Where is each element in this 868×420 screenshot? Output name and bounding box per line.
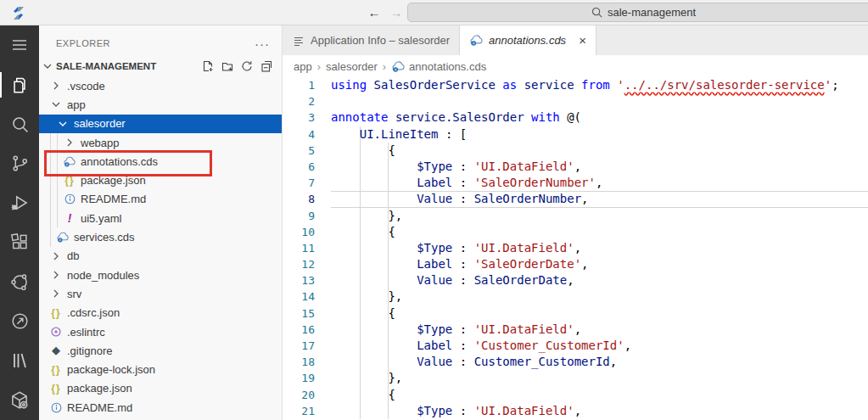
search-box-text: sale-management <box>608 6 696 19</box>
breadcrumb-label: annotations.cds <box>409 60 486 73</box>
tree-item-vscode[interactable]: .vscode <box>39 76 282 95</box>
code-line-4[interactable]: UI.LineItem : [ <box>331 126 868 143</box>
tree-item-readme-md[interactable]: README.md <box>39 398 282 417</box>
info-icon <box>49 400 63 414</box>
activitybar-run-debug[interactable] <box>0 183 39 223</box>
tree-item-webapp[interactable]: webapp <box>39 133 282 152</box>
tab-bar: Application Info – salesorderannotations… <box>283 25 868 55</box>
tree-item-gitignore[interactable]: ◆.gitignore <box>39 341 282 360</box>
code-line-7[interactable]: Label : 'SaleOrderNumber', <box>331 175 868 191</box>
code-line-5[interactable]: { <box>331 143 868 159</box>
activity-bar <box>0 25 39 420</box>
code-line-14[interactable]: }, <box>331 288 868 305</box>
more-actions-icon[interactable]: ··· <box>255 36 270 51</box>
breadcrumb-label: salesorder <box>326 60 378 73</box>
collapse-all-icon[interactable] <box>260 59 273 73</box>
activitybar-package[interactable] <box>0 381 39 420</box>
code-line-13[interactable]: Value : SaleOrderDate, <box>331 272 868 288</box>
activitybar-menu[interactable] <box>0 25 39 65</box>
tab-label: annotations.cds <box>489 34 566 47</box>
activitybar-search[interactable] <box>0 104 39 144</box>
tree-item-ui5-yaml[interactable]: !ui5.yaml <box>39 209 282 227</box>
tree-item-readme-md[interactable]: README.md <box>39 190 282 209</box>
tree-item-label: package.json <box>81 174 146 187</box>
file-tree: .vscodeappsalesorderwebappannotations.cd… <box>39 76 282 417</box>
chevron-right-icon <box>49 79 63 92</box>
tree-item-srv[interactable]: srv <box>39 284 282 303</box>
chevron-down-icon <box>49 98 63 111</box>
chevron-right-icon <box>49 268 63 282</box>
breadcrumb-item-salesorder[interactable]: salesorder <box>326 60 378 73</box>
breadcrumb-separator: › <box>317 60 321 73</box>
activitybar-explorer[interactable] <box>0 65 39 105</box>
line-number: 17 <box>283 338 331 354</box>
tree-item-label: ui5.yaml <box>81 212 121 225</box>
code-line-18[interactable]: Value : Customer_CustomerId, <box>331 354 868 370</box>
code-line-11[interactable]: $Type : 'UI.DataField', <box>331 240 868 256</box>
line-number: 18 <box>283 354 331 370</box>
line-number: 11 <box>283 240 331 256</box>
activitybar-library[interactable] <box>0 341 39 381</box>
line-number: 1 <box>283 77 331 93</box>
code-line-20[interactable]: { <box>331 387 868 403</box>
tree-item-app[interactable]: app <box>39 95 282 114</box>
code-line-17[interactable]: Label : 'Customer_CustomerId', <box>331 338 868 354</box>
tree-item-package-json[interactable]: {}package.json <box>39 379 282 398</box>
tree-item-db[interactable]: db <box>39 247 282 266</box>
activitybar-source-control[interactable] <box>0 144 39 184</box>
tree-item-salesorder[interactable]: salesorder <box>39 115 282 133</box>
breadcrumb-label: app <box>294 60 312 73</box>
command-search-box[interactable]: sale-management <box>407 3 868 22</box>
code-line-19[interactable]: }, <box>331 370 868 386</box>
code-line-1[interactable]: using SalesOrderService as service from … <box>331 77 868 93</box>
code-line-8[interactable]: Value : SaleOrderNumber, <box>331 191 868 207</box>
info-icon <box>63 193 76 206</box>
code-editor[interactable]: 123456789101112131415161718192021 using … <box>283 77 868 420</box>
code-line-15[interactable]: { <box>331 305 868 322</box>
tree-item-eslintrc[interactable]: .eslintrc <box>39 322 282 341</box>
code-line-21[interactable]: $Type : 'UI.DataField', <box>331 403 868 419</box>
tree-item-services-cds[interactable]: services.cds <box>39 227 282 246</box>
menu-icon <box>9 35 30 55</box>
new-folder-icon[interactable] <box>221 59 234 73</box>
editor-group: Application Info – salesorderannotations… <box>283 25 868 420</box>
project-root-header[interactable]: SALE-MANAGEMENT <box>39 56 282 76</box>
tree-item-package-lock-json[interactable]: {}package-lock.json <box>39 360 282 378</box>
cds-icon <box>469 34 484 47</box>
chevron-right-icon <box>49 287 63 300</box>
tree-item-cdsrc-json[interactable]: {}.cdsrc.json <box>39 304 282 322</box>
line-number: 10 <box>283 224 331 240</box>
line-number: 20 <box>283 387 331 403</box>
line-number: 3 <box>283 109 331 126</box>
tree-item-label: node_modules <box>67 269 139 282</box>
code-line-9[interactable]: }, <box>331 208 868 224</box>
json-icon: {} <box>49 306 63 320</box>
code-line-2[interactable] <box>331 93 868 109</box>
library-icon <box>9 350 30 371</box>
code-line-10[interactable]: { <box>331 224 868 240</box>
code-line-16[interactable]: $Type : 'UI.DataField', <box>331 322 868 338</box>
tree-item-annotations-cds[interactable]: annotations.cds <box>39 152 282 171</box>
tab-application-info-salesorder[interactable]: Application Info – salesorder <box>283 25 460 55</box>
tree-item-package-json[interactable]: {}package.json <box>39 171 282 189</box>
breadcrumb-item-annotations-cds[interactable]: annotations.cds <box>391 60 486 73</box>
code-line-3[interactable]: annotate service.SalesOrder with @( <box>331 109 868 126</box>
code-line-6[interactable]: $Type : 'UI.DataField', <box>331 159 868 175</box>
breadcrumb-item-app[interactable]: app <box>294 60 312 73</box>
activitybar-extensions[interactable] <box>0 223 39 263</box>
refresh-icon[interactable] <box>240 59 254 73</box>
forward-arrow-button[interactable]: → <box>387 3 406 23</box>
close-icon[interactable]: × <box>579 35 586 47</box>
tree-item-label: .cdsrc.json <box>67 306 120 319</box>
vscode-window: ← → sale-management EXPLORER ··· SALE-MA… <box>0 0 868 420</box>
tab-annotations-cds[interactable]: annotations.cds× <box>460 25 596 55</box>
line-number: 15 <box>283 305 331 322</box>
code-line-12[interactable]: Label : 'SaleOrderDate', <box>331 256 868 272</box>
breadcrumb-separator: › <box>383 60 386 73</box>
new-file-icon[interactable] <box>201 59 215 73</box>
line-number: 16 <box>283 322 331 338</box>
back-arrow-button[interactable]: ← <box>365 3 384 23</box>
activitybar-network[interactable] <box>0 262 39 302</box>
tree-item-node-modules[interactable]: node_modules <box>39 266 282 284</box>
activitybar-run-profile[interactable] <box>0 302 39 342</box>
